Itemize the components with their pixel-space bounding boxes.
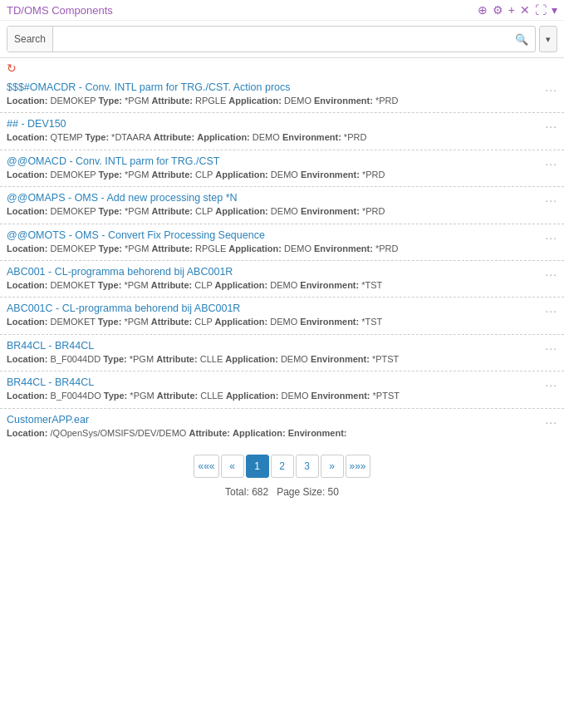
app-header: TD/OMS Components ⊕ ⚙ + ✕ ⛶ ▾ (0, 0, 564, 21)
item-more-icon[interactable]: ··· (545, 194, 557, 207)
item-meta: Location: B_F0044DO Type: *PGM Attribute… (7, 390, 557, 402)
item-more-icon[interactable]: ··· (545, 342, 557, 355)
item-meta: Location: B_F0044DD Type: *PGM Attribute… (7, 353, 557, 366)
search-input-wrapper: Search 🔍 (7, 26, 536, 52)
list-item: BR44CL - BR44CL Location: B_F0044DO Type… (0, 371, 564, 408)
item-more-icon[interactable]: ··· (545, 157, 557, 170)
item-meta: Location: DEMOKEP Type: *PGM Attribute: … (7, 95, 557, 107)
item-title[interactable]: $$$#OMACDR - Conv. INTL parm for TRG./CS… (7, 81, 557, 93)
pagination: ««««123»»»» (0, 445, 564, 481)
pagination-page-3[interactable]: 3 (296, 455, 319, 478)
item-meta: Location: QTEMP Type: *DTAARA Attribute:… (7, 131, 557, 144)
list-item: BR44CL - BR44CL Location: B_F0044DD Type… (0, 335, 564, 371)
item-meta: Location: DEMOKEP Type: *PGM Attribute: … (7, 205, 557, 218)
item-more-icon[interactable]: ··· (545, 83, 557, 96)
item-title[interactable]: @@OMACD - Conv. INTL parm for TRG./CST (7, 155, 557, 167)
item-title[interactable]: ABC001 - CL-programma behorend bij ABC00… (7, 266, 557, 278)
item-title[interactable]: ## - DEV150 (7, 118, 557, 130)
list-item: ABC001 - CL-programma behorend bij ABC00… (0, 261, 564, 298)
footer-total-label: Total: 682 (225, 486, 268, 498)
footer-page-size-label: Page Size: 50 (277, 486, 339, 498)
item-meta: Location: DEMOKET Type: *PGM Attribute: … (7, 316, 557, 328)
list-item: @@OMACD - Conv. INTL parm for TRG./CST L… (0, 150, 564, 187)
pagination-page-2[interactable]: 2 (271, 455, 294, 478)
item-meta: Location: DEMOKEP Type: *PGM Attribute: … (7, 169, 557, 181)
search-dropdown-button[interactable]: ▾ (539, 26, 557, 52)
list-item: $$$#OMACDR - Conv. INTL parm for TRG./CS… (0, 76, 564, 113)
item-title[interactable]: ABC001C - CL-programma behorend bij ABC0… (7, 303, 557, 314)
item-more-icon[interactable]: ··· (545, 304, 557, 317)
refresh-row: ↻ (0, 58, 564, 76)
item-list: $$$#OMACDR - Conv. INTL parm for TRG./CS… (0, 76, 564, 445)
pagination-next[interactable]: » (321, 455, 344, 478)
item-title[interactable]: @@OMOTS - OMS - Convert Fix Processing S… (7, 229, 557, 241)
expand-icon[interactable]: ⛶ (535, 3, 547, 17)
chevron-down-icon[interactable]: ▾ (552, 3, 557, 17)
item-meta: Location: DEMOKET Type: *PGM Attribute: … (7, 279, 557, 292)
pagination-page-1[interactable]: 1 (246, 455, 269, 478)
list-item: ## - DEV150 Location: QTEMP Type: *DTAAR… (0, 113, 564, 150)
footer-info: Total: 682 Page Size: 50 (0, 481, 564, 508)
header-icon-group: ⊕ ⚙ + ✕ ⛶ ▾ (478, 3, 557, 17)
item-more-icon[interactable]: ··· (545, 416, 557, 429)
item-more-icon[interactable]: ··· (545, 231, 557, 244)
item-title[interactable]: @@OMAPS - OMS - Add new processing step … (7, 192, 557, 204)
item-meta: Location: /QOpenSys/OMSIFS/DEV/DEMO Attr… (7, 427, 557, 440)
search-input[interactable] (53, 33, 508, 45)
pagination-last[interactable]: »»» (346, 455, 370, 478)
list-item: CustomerAPP.ear Location: /QOpenSys/OMSI… (0, 409, 564, 445)
item-meta: Location: DEMOKEP Type: *PGM Attribute: … (7, 243, 557, 255)
item-more-icon[interactable]: ··· (545, 120, 557, 133)
search-bar: Search 🔍 ▾ (0, 21, 564, 58)
target-icon[interactable]: ⊕ (478, 3, 488, 17)
close-icon[interactable]: ✕ (520, 3, 530, 17)
plus-icon[interactable]: + (508, 3, 515, 17)
item-title[interactable]: CustomerAPP.ear (7, 414, 557, 425)
search-label: Search (7, 27, 53, 52)
item-more-icon[interactable]: ··· (545, 268, 557, 281)
item-more-icon[interactable]: ··· (545, 378, 557, 391)
list-item: ABC001C - CL-programma behorend bij ABC0… (0, 298, 564, 334)
app-title: TD/OMS Components (7, 4, 113, 17)
pagination-first[interactable]: ««« (194, 455, 218, 478)
refresh-icon[interactable]: ↻ (7, 61, 17, 75)
item-title[interactable]: BR44CL - BR44CL (7, 340, 557, 352)
list-item: @@OMOTS - OMS - Convert Fix Processing S… (0, 224, 564, 261)
gear-icon[interactable]: ⚙ (493, 3, 503, 17)
search-submit-icon[interactable]: 🔍 (508, 33, 535, 46)
item-title[interactable]: BR44CL - BR44CL (7, 376, 557, 388)
pagination-prev[interactable]: « (221, 455, 244, 478)
list-item: @@OMAPS - OMS - Add new processing step … (0, 187, 564, 224)
